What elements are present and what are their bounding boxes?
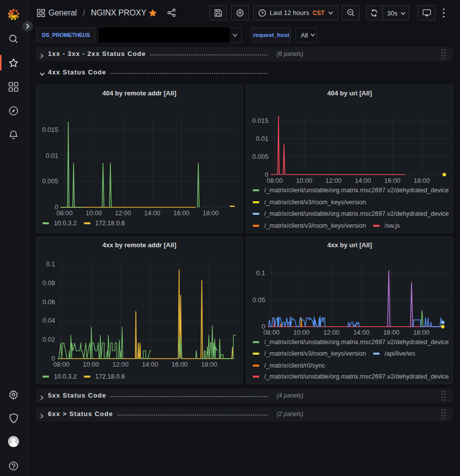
svg-text:16:00: 16:00 bbox=[383, 329, 400, 336]
svg-text:18:00: 18:00 bbox=[414, 177, 430, 184]
svg-text:16:00: 16:00 bbox=[173, 209, 190, 217]
svg-text:14:00: 14:00 bbox=[142, 361, 158, 368]
svg-text:16:00: 16:00 bbox=[171, 361, 188, 368]
svg-text:0.02: 0.02 bbox=[42, 336, 55, 343]
svg-text:0.05: 0.05 bbox=[253, 296, 265, 304]
svg-text:08:00: 08:00 bbox=[56, 209, 73, 217]
svg-text:08:00: 08:00 bbox=[263, 329, 280, 336]
svg-text:0.01: 0.01 bbox=[256, 135, 268, 142]
svg-text:12:00: 12:00 bbox=[115, 209, 131, 217]
svg-text:14:00: 14:00 bbox=[144, 209, 161, 217]
svg-text:10:00: 10:00 bbox=[293, 329, 310, 336]
svg-text:12:00: 12:00 bbox=[323, 329, 340, 336]
svg-text:18:00: 18:00 bbox=[201, 361, 218, 368]
svg-text:14:00: 14:00 bbox=[353, 329, 370, 336]
svg-text:18:00: 18:00 bbox=[413, 329, 430, 336]
svg-text:08:00: 08:00 bbox=[267, 177, 283, 184]
svg-text:10:00: 10:00 bbox=[296, 177, 313, 184]
svg-text:16:00: 16:00 bbox=[384, 177, 401, 184]
svg-text:0.08: 0.08 bbox=[42, 279, 55, 287]
svg-text:10:00: 10:00 bbox=[86, 209, 102, 217]
svg-text:08:00: 08:00 bbox=[53, 361, 70, 368]
svg-text:12:00: 12:00 bbox=[112, 361, 129, 368]
svg-text:0.005: 0.005 bbox=[252, 153, 269, 160]
svg-text:0.06: 0.06 bbox=[42, 298, 55, 306]
svg-text:0.1: 0.1 bbox=[256, 269, 265, 277]
svg-text:0.1: 0.1 bbox=[46, 260, 55, 268]
svg-text:0.015: 0.015 bbox=[42, 126, 58, 133]
svg-text:0.01: 0.01 bbox=[45, 152, 58, 159]
svg-text:10:00: 10:00 bbox=[83, 361, 99, 368]
svg-text:0.005: 0.005 bbox=[42, 177, 58, 185]
svg-text:0.015: 0.015 bbox=[252, 117, 269, 124]
svg-text:12:00: 12:00 bbox=[326, 177, 342, 184]
svg-text:18:00: 18:00 bbox=[203, 209, 219, 217]
svg-text:0.04: 0.04 bbox=[42, 317, 55, 324]
svg-text:14:00: 14:00 bbox=[355, 177, 371, 184]
